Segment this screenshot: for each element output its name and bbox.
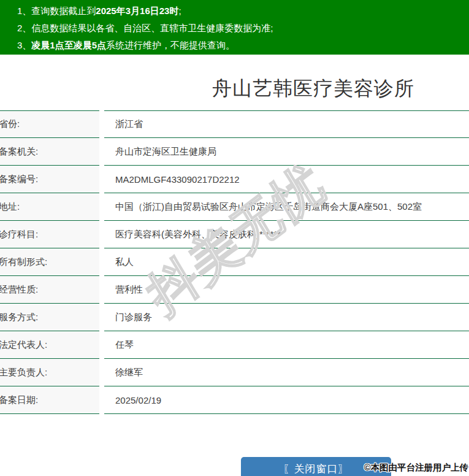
row-label: 备案机关: [0,138,99,166]
row-value: 门诊服务 [104,304,469,331]
table-row: 诊疗科目: 医疗美容科(美容外科、美容皮肤科)****** [0,221,469,248]
row-label: 备案日期: [0,386,99,414]
row-label: 省份: [0,110,99,138]
table-row: 备案日期: 2025/02/19 [0,386,469,414]
row-value: 2025/02/19 [104,386,469,414]
table-row: 备案机关: 舟山市定海区卫生健康局 [0,138,469,166]
notice-number: 2、 [17,23,31,33]
row-label: 主要负责人: [0,359,99,386]
upload-credit-text: ©本图由平台注册用户上传 [364,462,468,474]
row-label: 诊疗科目: [0,221,99,248]
row-label: 备案编号: [0,166,99,193]
row-value: 浙江省 [104,110,469,138]
notice-number: 3、 [17,40,31,50]
table-row: 主要负责人: 徐继军 [0,359,469,386]
table-row: 服务方式: 门诊服务 [0,304,469,331]
row-value: MA2DMLGF433090217D2212 [104,166,469,193]
notice-line-2: 2、信息数据结果以各省、自治区、直辖市卫生健康委数据为准; [17,20,469,37]
row-label: 法定代表人: [0,331,99,359]
notice-text: 系统进行维护，不能提供查询。 [106,40,235,50]
notice-text: 信息数据结果以各省、自治区、直辖市卫生健康委数据为准; [31,23,273,33]
row-value: 任琴 [104,331,469,359]
table-row: 所有制形式: 私人 [0,248,469,276]
notice-bold-text: 2025年3月16日23时 [96,6,178,16]
notice-text: 查询数据截止到 [31,6,96,16]
table-row: 法定代表人: 任琴 [0,331,469,359]
notice-bold-text: 凌晨1点至凌晨5点 [31,40,106,50]
row-label: 所有制形式: [0,248,99,276]
page-title: 舟山艺韩医疗美容诊所 [212,75,414,102]
clinic-info-table: 省份: 浙江省 备案机关: 舟山市定海区卫生健康局 备案编号: MA2DMLGF… [0,110,469,414]
notice-number: 1、 [17,6,31,16]
row-value: 舟山市定海区卫生健康局 [104,138,469,166]
notice-banner: 1、查询数据截止到2025年3月16日23时; 2、信息数据结果以各省、自治区、… [0,0,469,55]
row-label: 地址: [0,193,99,221]
row-value: 中国（浙江)自由贸易试验区舟山市定海区千岛街道商会大厦A座501、502室 [104,193,469,221]
row-value: 私人 [104,248,469,276]
row-value: 营利性 [104,276,469,304]
notice-line-1: 1、查询数据截止到2025年3月16日23时; [17,2,469,20]
row-label: 服务方式: [0,304,99,331]
table-row: 经营性质: 营利性 [0,276,469,304]
row-value: 徐继军 [104,359,469,386]
notice-line-3: 3、凌晨1点至凌晨5点系统进行维护，不能提供查询。 [17,37,469,54]
table-row: 省份: 浙江省 [0,110,469,138]
table-row: 备案编号: MA2DMLGF433090217D2212 [0,166,469,193]
table-row: 地址: 中国（浙江)自由贸易试验区舟山市定海区千岛街道商会大厦A座501、502… [0,193,469,221]
notice-text: ; [178,6,181,16]
row-value: 医疗美容科(美容外科、美容皮肤科)****** [104,221,469,248]
page: 1、查询数据截止到2025年3月16日23时; 2、信息数据结果以各省、自治区、… [0,0,469,476]
row-label: 经营性质: [0,276,99,304]
